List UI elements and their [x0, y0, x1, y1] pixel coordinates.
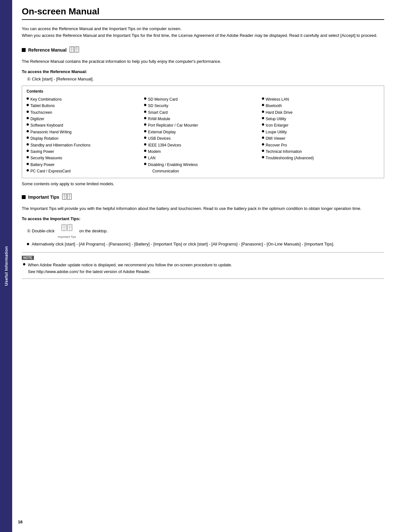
access-ref-manual-step: ① Click [start] - [Reference Manual].	[27, 76, 384, 82]
contents-grid: Key Combinations Tablet Buttons Touchscr…	[27, 96, 379, 175]
sidebar-label: Useful Information	[4, 246, 9, 286]
page-title: On-screen Manual	[22, 6, 384, 20]
list-item: SD Security	[144, 103, 258, 109]
imp-tips-svg-icon	[61, 223, 73, 235]
list-item: LAN	[144, 155, 258, 161]
list-item: RAM Module	[144, 116, 258, 122]
list-item: Standby and Hibernation Functions	[27, 142, 141, 148]
important-tips-label: Important Tips	[28, 195, 59, 200]
desktop-step: ① Double-click Impor	[27, 223, 384, 238]
step1-suffix: on the desktop.	[79, 229, 108, 233]
list-item: Loupe Utility	[262, 129, 376, 135]
imp-tips-icon-label: Important Tips	[58, 235, 76, 238]
list-item: Tablet Buttons	[27, 103, 141, 109]
list-item: Saving Power	[27, 148, 141, 155]
contents-label: Contents	[27, 89, 379, 94]
list-item: Battery Power	[27, 162, 141, 168]
list-item: PC Card / ExpressCard	[27, 168, 141, 174]
note-text: When Adobe Reader update notice is displ…	[28, 262, 232, 275]
list-item: Modem	[144, 148, 258, 155]
list-item: Hard Disk Drive	[262, 109, 376, 116]
main-content: On-screen Manual You can access the Refe…	[12, 0, 397, 532]
list-item: Touchscreen	[27, 109, 141, 116]
list-item: Panasonic Hand Writing	[27, 129, 141, 135]
important-tips-section: Important Tips The Importan	[22, 193, 384, 247]
list-item: External Display	[144, 129, 258, 135]
reference-manual-heading: Reference Manual	[22, 46, 384, 54]
alt-step-text: Alternatively click [start] - [All Progr…	[32, 242, 334, 246]
list-item: Troubleshooting (Advanced)	[262, 155, 376, 161]
alt-step: Alternatively click [start] - [All Progr…	[27, 242, 384, 246]
list-item: Disabling / Enabling Wireless Communicat…	[144, 162, 258, 175]
important-tips-desktop-icon: Important Tips	[58, 223, 76, 238]
sidebar: Useful Information	[0, 0, 12, 532]
contents-col-2: SD Memory Card SD Security Smart Card RA…	[144, 96, 262, 175]
alt-bullet	[27, 243, 29, 245]
list-item: Icon Enlarger	[262, 122, 376, 129]
intro-line2: When you access the Reference Manual and…	[22, 33, 377, 38]
contents-col-3: Wireless LAN Bluetooth Hard Disk Drive S…	[262, 96, 379, 175]
list-item: Security Measures	[27, 155, 141, 161]
reference-manual-desc: The Reference Manual contains the practi…	[22, 58, 384, 65]
list-item: Digitizer	[27, 116, 141, 122]
list-item: DMI Viewer	[262, 135, 376, 142]
contents-col-1: Key Combinations Tablet Buttons Touchscr…	[27, 96, 144, 175]
list-item: Technical Information	[262, 148, 376, 155]
list-item: Software Keyboard	[27, 122, 141, 129]
intro-text: You can access the Reference Manual and …	[22, 26, 384, 39]
page-number: 16	[18, 520, 22, 524]
note-label: NOTE	[22, 256, 34, 260]
square-bullet-icon	[22, 48, 26, 52]
access-imp-tips-heading: To access the Important Tips:	[22, 216, 384, 221]
list-item: USB Devices	[144, 135, 258, 142]
important-tips-desc: The Important Tips will provide you with…	[22, 205, 384, 212]
book-icon-2	[62, 193, 72, 202]
reference-manual-label: Reference Manual	[28, 47, 67, 53]
list-item: IEEE 1394 Devices	[144, 142, 258, 148]
limited-models-note: Some contents only apply to some limited…	[22, 181, 384, 186]
step1-prefix: ① Double-click	[27, 229, 54, 233]
access-ref-manual-heading: To access the Reference Manual:	[22, 69, 384, 74]
list-item: Recover Pro	[262, 142, 376, 148]
list-item: Display Rotation	[27, 135, 141, 142]
note-box: NOTE When Adobe Reader update notice is …	[22, 252, 384, 279]
important-tips-heading: Important Tips	[22, 193, 384, 202]
square-bullet-icon-2	[22, 195, 26, 199]
list-item: Wireless LAN	[262, 96, 376, 103]
list-item: Bluetooth	[262, 103, 376, 109]
list-item: Smart Card	[144, 109, 258, 116]
list-item: Key Combinations	[27, 96, 141, 103]
note-bullet	[23, 263, 25, 265]
intro-line1: You can access the Reference Manual and …	[22, 26, 182, 31]
list-item: SD Memory Card	[144, 96, 258, 103]
note-content: When Adobe Reader update notice is displ…	[23, 262, 384, 275]
book-icon	[69, 46, 79, 54]
list-item: Setup Utility	[262, 116, 376, 122]
contents-box: Contents Key Combinations Tablet Buttons…	[22, 86, 384, 178]
reference-manual-section: Reference Manual The Refere	[22, 46, 384, 186]
list-item: Port Replicator / Car Mounter	[144, 122, 258, 129]
